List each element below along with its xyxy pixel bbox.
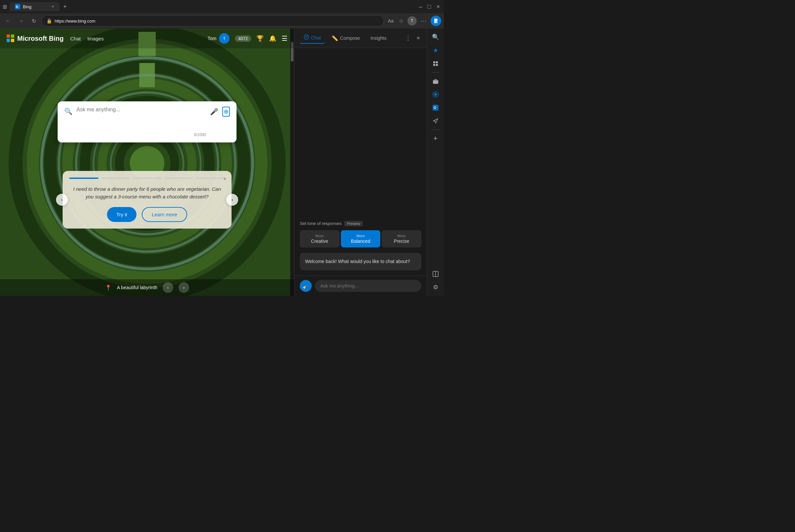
favorites-btn[interactable]: ☆ [398, 17, 405, 25]
card-next-button[interactable]: › [226, 194, 238, 206]
try-it-button[interactable]: Try it [107, 207, 136, 222]
search-input[interactable] [77, 107, 206, 113]
tone-buttons: More Creative More Balanced More Precise [300, 230, 421, 247]
logo-blue [7, 39, 10, 42]
tone-creative-btn[interactable]: More Creative [300, 230, 340, 247]
ai-close-btn[interactable]: × [415, 33, 421, 43]
nav-icons: Aa ☆ T ⋯ [386, 16, 441, 26]
maze-background [0, 28, 294, 296]
precise-top-label: More [383, 233, 419, 238]
new-tab-button[interactable]: + [61, 2, 70, 12]
sidebar-divider-1 [432, 72, 439, 73]
bing-main: Microsoft Bing Chat Images Tom T 4072 🏆 … [0, 28, 294, 296]
address-bar[interactable]: 🔒 https://www.bing.com [41, 15, 384, 26]
tab-compose[interactable]: ✏️ Compose [328, 33, 364, 43]
ai-panel: Chat ✏️ Compose Insights ⋮ × [294, 28, 427, 296]
bell-icon[interactable]: 🔔 [269, 35, 276, 42]
sidebar-collections-tool[interactable] [430, 58, 441, 70]
sidebar-send-tool[interactable] [430, 115, 441, 127]
layout-icon [433, 271, 439, 277]
creative-main-label: Creative [302, 238, 338, 244]
trophy-icon: 🏆 [257, 35, 264, 42]
bing-header: Microsoft Bing Chat Images Tom T 4072 🏆 … [0, 28, 294, 49]
dot-5 [196, 177, 225, 179]
image-search-icon[interactable]: ⊕ [222, 107, 230, 117]
balanced-main-label: Balanced [343, 238, 379, 244]
nav-chat[interactable]: Chat [70, 36, 81, 41]
tab-insights[interactable]: Insights [367, 34, 391, 43]
scroll-indicator [290, 28, 294, 296]
tone-balanced-btn[interactable]: More Balanced [341, 230, 381, 247]
dot-2 [101, 177, 130, 179]
svg-rect-23 [436, 64, 438, 66]
bing-copilot-btn[interactable] [431, 16, 441, 26]
tab-chat[interactable]: Chat [300, 33, 325, 44]
search-box: 🔍 0/1000 🎤 ⊕ [58, 101, 236, 142]
dot-4 [164, 177, 193, 179]
logo-green [11, 35, 14, 38]
tab-title: Bing [23, 4, 32, 9]
active-tab[interactable]: b Bing × [10, 2, 59, 11]
tab-close-btn[interactable]: × [52, 4, 54, 9]
back-button[interactable]: ← [3, 17, 13, 25]
user-name: Tom [208, 36, 216, 41]
header-nav: Chat Images [70, 36, 104, 41]
logo-red [7, 35, 10, 38]
sidebar-extension-tool[interactable] [430, 75, 441, 87]
suggestion-card: ‹ › × I need to throw a dinner party for… [63, 171, 231, 229]
sidebar-layout-tool[interactable] [430, 268, 441, 280]
location-icon: 📍 [105, 285, 112, 291]
welcome-bubble: Welcome back! What would you like to cha… [300, 253, 421, 270]
ai-broom-btn[interactable]: 🧹 [300, 280, 312, 292]
card-close-btn[interactable]: × [224, 176, 226, 182]
read-mode-btn[interactable]: Aa [386, 17, 395, 25]
svg-rect-22 [433, 64, 435, 66]
tone-precise-btn[interactable]: More Precise [382, 230, 421, 247]
address-text: https://www.bing.com [55, 19, 379, 23]
preview-badge: Preview [344, 221, 362, 226]
menu-icon[interactable]: ☰ [282, 35, 287, 42]
chat-tab-label: Chat [311, 35, 321, 40]
user-avatar[interactable]: T [219, 33, 230, 44]
sidebar-favorites-tool[interactable]: ★ [430, 44, 441, 56]
logo-yellow [11, 39, 14, 42]
nav-images[interactable]: Images [88, 36, 104, 41]
sidebar-outlook-tool[interactable]: O [430, 102, 441, 114]
card-buttons: Try it Learn more [69, 207, 225, 222]
ai-chat-input[interactable] [315, 280, 421, 292]
learn-more-button[interactable]: Learn more [142, 207, 187, 222]
card-prev-button[interactable]: ‹ [56, 194, 68, 206]
dot-1 [69, 177, 98, 179]
chat-tab-icon [304, 35, 309, 41]
outlook-icon: O [433, 105, 439, 111]
sidebar-copilot-tool[interactable] [430, 89, 441, 100]
svg-text:O: O [434, 106, 436, 110]
prev-location-btn[interactable]: ‹ [163, 282, 173, 293]
search-container: 🔍 0/1000 🎤 ⊕ [58, 101, 236, 142]
svg-rect-25 [434, 79, 437, 81]
more-btn[interactable]: ⋯ [419, 16, 428, 26]
sidebar-toggle[interactable]: ⊞ [3, 4, 7, 10]
tone-section: Set tone of responses Preview More Creat… [300, 221, 421, 247]
tone-label-area: Set tone of responses Preview [300, 221, 421, 226]
bing-logo-text: Microsoft Bing [17, 35, 63, 42]
profile-avatar[interactable]: T [408, 16, 417, 25]
close-btn[interactable]: × [435, 2, 441, 12]
next-location-btn[interactable]: › [178, 282, 189, 293]
maximize-btn[interactable]: □ [426, 2, 433, 12]
creative-top-label: More [302, 233, 338, 238]
forward-button[interactable]: → [16, 17, 26, 25]
ai-more-options-btn[interactable]: ⋮ [404, 33, 412, 43]
sidebar-search-tool[interactable]: 🔍 [430, 31, 441, 43]
bing-favicon: b [15, 4, 20, 9]
sidebar-settings-tool[interactable]: ⚙ [430, 281, 441, 293]
compose-tab-label: Compose [340, 35, 360, 41]
search-icon: 🔍 [64, 107, 73, 115]
title-bar: ⊞ b Bing × + – □ × [0, 0, 444, 13]
suggestion-text: I need to throw a dinner party for 6 peo… [69, 186, 225, 201]
sidebar-add-tool[interactable]: + [430, 133, 441, 145]
refresh-button[interactable]: ↻ [29, 17, 39, 25]
svg-rect-20 [433, 61, 435, 63]
microphone-icon[interactable]: 🎤 [210, 108, 218, 116]
minimize-btn[interactable]: – [418, 2, 424, 12]
